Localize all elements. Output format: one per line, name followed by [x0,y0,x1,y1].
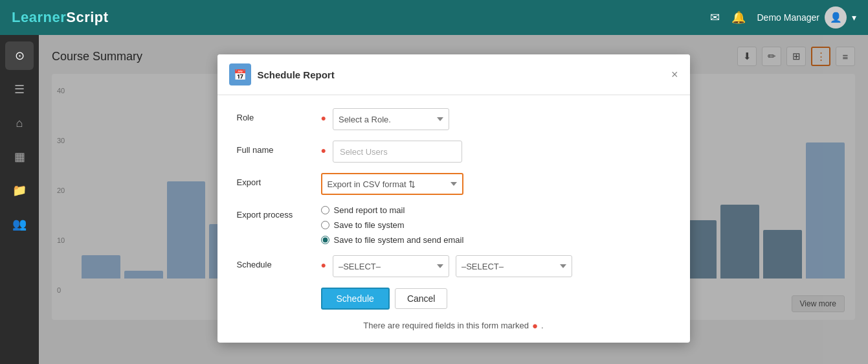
sidebar: ⊙ ☰ ⌂ ▦ 📁 👥 [0,35,39,364]
modal-body: Role ● Select a Role. Full name ● Export [217,95,690,343]
validation-dot: . [541,321,544,330]
user-dropdown-icon[interactable]: ▾ [852,12,856,23]
cancel-button[interactable]: Cancel [395,288,448,309]
sidebar-item-files[interactable]: 📁 [5,176,34,205]
action-row: Schedule Cancel [237,288,671,310]
role-required-icon: ● [321,113,326,123]
bell-icon[interactable]: 🔔 [731,10,746,25]
role-select[interactable]: Select a Role. [333,108,449,130]
validation-icon: ● [532,320,538,331]
modal-close-button[interactable]: × [671,69,678,80]
schedule-select-1[interactable]: –SELECT– [333,255,449,277]
schedule-row: Schedule ● –SELECT– –SELECT– [237,255,671,277]
app-logo: LearnerScript [12,9,109,26]
logo-learner: Learner [12,9,66,25]
sidebar-item-calendar[interactable]: ▦ [5,142,34,171]
schedule-button[interactable]: Schedule [321,288,390,310]
topnav-right: ✉ 🔔 Demo Manager 👤 ▾ [710,6,857,28]
schedule-select-2[interactable]: –SELECT– [456,255,572,277]
validation-text: There are required fields in this form m… [363,321,529,330]
radio-save-send-label: Save to file system and send email [334,235,464,245]
fullname-label: Full name [237,141,315,155]
export-row: Export Export in CSV format ⇅ Export in … [237,173,671,195]
fullname-input[interactable] [333,141,462,163]
fullname-row: Full name ● [237,141,671,163]
export-label: Export [237,173,315,187]
validation-message: There are required fields in this form m… [237,320,671,331]
modal-title: Schedule Report [258,69,665,80]
sidebar-item-home[interactable]: ⌂ [5,109,34,137]
modal-header: 📅 Schedule Report × [217,54,690,95]
mail-icon[interactable]: ✉ [710,10,720,25]
export-process-radio-group: Send report to mail Save to file system … [321,205,464,245]
export-process-row: Export process Send report to mail Save … [237,205,671,245]
sidebar-item-reports[interactable]: ☰ [5,75,34,104]
avatar: 👤 [825,6,847,28]
schedule-label: Schedule [237,255,315,269]
sidebar-item-users[interactable]: 👥 [5,210,34,238]
radio-save-send[interactable]: Save to file system and send email [321,235,464,245]
schedule-field: –SELECT– –SELECT– [333,255,671,277]
export-select[interactable]: Export in CSV format ⇅ Export in PDF for… [321,173,463,195]
user-name: Demo Manager [757,12,820,23]
radio-save-file-input[interactable] [321,221,329,229]
schedule-required-icon: ● [321,260,326,270]
action-buttons: Schedule Cancel [321,288,671,310]
export-process-field: Send report to mail Save to file system … [321,205,671,245]
action-label-spacer [237,288,315,292]
radio-save-send-input[interactable] [321,236,329,244]
user-menu[interactable]: Demo Manager 👤 ▾ [757,6,857,28]
role-field: Select a Role. [333,108,671,130]
schedule-selects: –SELECT– –SELECT– [333,255,572,277]
logo-script: Script [66,9,108,25]
radio-send-mail-input[interactable] [321,206,329,214]
role-row: Role ● Select a Role. [237,108,671,130]
modal-overlay: 📅 Schedule Report × Role ● Select a Role… [39,35,868,364]
radio-send-mail[interactable]: Send report to mail [321,205,464,215]
sidebar-item-dashboard[interactable]: ⊙ [5,41,34,70]
export-field: Export in CSV format ⇅ Export in PDF for… [321,173,671,195]
role-label: Role [237,108,315,122]
radio-save-file[interactable]: Save to file system [321,220,464,230]
radio-send-mail-label: Send report to mail [334,205,405,215]
export-process-label: Export process [237,205,315,220]
modal-icon: 📅 [229,63,251,85]
radio-save-file-label: Save to file system [334,220,405,230]
schedule-modal: 📅 Schedule Report × Role ● Select a Role… [217,54,690,343]
topnav: LearnerScript ✉ 🔔 Demo Manager 👤 ▾ [0,0,868,35]
fullname-field [333,141,671,163]
fullname-required-icon: ● [321,145,326,155]
